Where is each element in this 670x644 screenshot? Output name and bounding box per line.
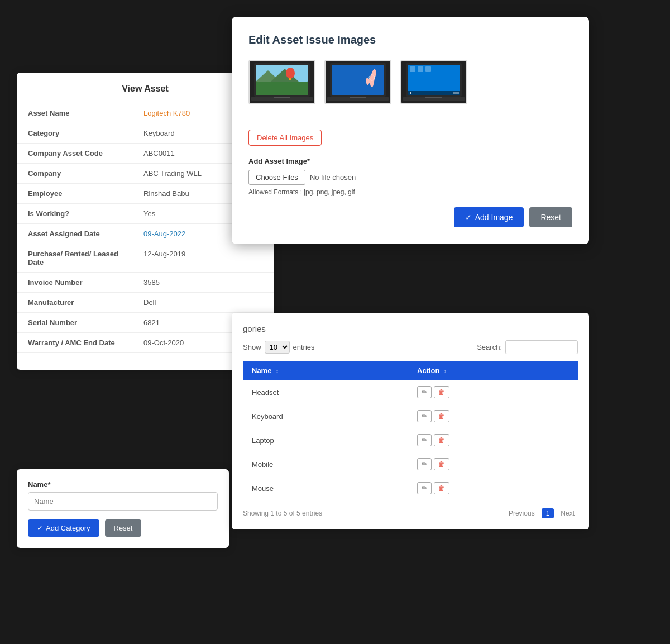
search-box-container: Search: [477,340,578,354]
svg-rect-7 [256,82,308,95]
check-icon: ✓ [37,524,43,532]
name-label: Name* [28,480,218,489]
svg-rect-6 [289,78,291,80]
table-row: Headset ✏ 🗑 [243,380,578,404]
table-controls: Show 10 25 50 entries Search: [243,340,578,354]
asset-field-label: Asset Assigned Date [17,224,132,244]
edit-button[interactable]: ✏ [417,458,432,470]
next-button[interactable]: Next [557,508,578,518]
table-row: Keyboard ✏ 🗑 [243,404,578,428]
add-category-form: Name* ✓ Add Category Reset [17,469,229,548]
edit-button[interactable]: ✏ [417,434,432,446]
svg-rect-9 [274,97,290,98]
image-thumb-1 [248,60,315,104]
entries-select[interactable]: 10 25 50 [265,341,290,354]
svg-rect-17 [408,65,460,95]
category-actions: ✏ 🗑 [408,452,578,476]
category-actions: ✏ 🗑 [408,476,578,500]
table-row: Mouse ✏ 🗑 [243,476,578,500]
delete-button[interactable]: 🗑 [434,386,449,398]
add-image-section: Add Asset Image* Choose Files No file ch… [248,157,572,196]
entries-label: entries [293,343,315,351]
category-actions: ✏ 🗑 [408,380,578,404]
asset-field-label: Invoice Number [17,273,132,293]
svg-rect-22 [410,92,411,94]
file-input-row: Choose Files No file chosen [248,170,572,185]
svg-rect-15 [350,97,366,98]
svg-rect-18 [410,66,415,72]
modal-title: Edit Asset Issue Images [248,34,572,46]
asset-field-label: Company Asset Code [17,144,132,164]
action-btns: ✏ 🗑 [417,458,569,470]
action-btns: ✏ 🗑 [417,386,569,398]
asset-field-value: 12-Aug-2019 [132,244,274,273]
delete-all-images-button[interactable]: Delete All Images [248,130,322,146]
asset-field-label: Category [17,123,132,144]
asset-field-label: Purchase/ Rented/ Leased Date [17,244,132,273]
asset-field-label: Manufacturer [17,293,132,313]
add-image-label: Add Asset Image* [248,157,572,165]
svg-rect-25 [425,97,442,98]
allowed-formats-text: Allowed Formats : jpg, png, jpeg, gif [248,188,572,196]
image-thumb-3 [400,60,467,104]
reset-category-button[interactable]: Reset [105,519,142,537]
svg-rect-21 [408,91,460,95]
image-thumbnails-row [248,60,572,116]
categories-table: Name ↕ Action ↕ Headset ✏ 🗑 Keyboard ✏ 🗑… [243,361,578,500]
svg-point-5 [286,68,295,79]
asset-field-label: Warranty / AMC End Date [17,333,132,353]
category-name: Headset [243,380,408,404]
add-category-button[interactable]: ✓ Add Category [28,519,99,537]
show-label: Show [243,343,261,351]
show-entries: Show 10 25 50 entries [243,341,315,354]
categories-header: gories [243,324,578,333]
categories-panel: gories Show 10 25 50 entries Search: Nam… [232,313,589,529]
choose-files-button[interactable]: Choose Files [248,170,305,185]
asset-table-row: ManufacturerDell [17,293,274,313]
asset-table-row: Purchase/ Rented/ Leased Date12-Aug-2019 [17,244,274,273]
image-thumb-2 [324,60,391,104]
name-sort-icon: ↕ [276,368,279,374]
asset-field-value: 3585 [132,273,274,293]
pagination: Previous 1 Next [505,508,578,518]
asset-table-row: Invoice Number3585 [17,273,274,293]
modal-footer: ✓ Add Image Reset [248,207,572,227]
reset-modal-button[interactable]: Reset [529,207,572,227]
action-btns: ✏ 🗑 [417,410,569,422]
svg-rect-19 [418,66,423,72]
no-file-text: No file chosen [310,173,356,182]
name-input[interactable] [28,492,218,511]
svg-rect-23 [453,92,459,94]
asset-field-label: Asset Name [17,103,132,123]
asset-field-label: Serial Number [17,313,132,333]
delete-button[interactable]: 🗑 [434,410,449,422]
page-1-button[interactable]: 1 [542,508,554,518]
category-name: Laptop [243,428,408,452]
action-btns: ✏ 🗑 [417,434,569,446]
edit-button[interactable]: ✏ [417,410,432,422]
table-footer: Showing 1 to 5 of 5 entries Previous 1 N… [243,508,578,518]
showing-text: Showing 1 to 5 of 5 entries [243,509,322,517]
prev-button[interactable]: Previous [505,508,538,518]
edit-button[interactable]: ✏ [417,482,432,494]
category-btn-group: ✓ Add Category Reset [28,519,218,537]
asset-field-value: Dell [132,293,274,313]
asset-field-label: Employee [17,184,132,204]
delete-button[interactable]: 🗑 [434,434,449,446]
action-btns: ✏ 🗑 [417,482,569,494]
add-image-button[interactable]: ✓ Add Image [454,207,524,227]
category-name: Mobile [243,452,408,476]
table-row: Laptop ✏ 🗑 [243,428,578,452]
delete-button[interactable]: 🗑 [434,482,449,494]
asset-field-label: Is Working? [17,204,132,224]
check-icon-modal: ✓ [465,213,472,222]
category-actions: ✏ 🗑 [408,428,578,452]
col-name-header: Name ↕ [243,361,408,380]
delete-button[interactable]: 🗑 [434,458,449,470]
svg-rect-20 [425,66,431,72]
table-row: Mobile ✏ 🗑 [243,452,578,476]
asset-field-label: Company [17,164,132,184]
category-name: Keyboard [243,404,408,428]
search-input[interactable] [505,340,578,354]
edit-button[interactable]: ✏ [417,386,432,398]
